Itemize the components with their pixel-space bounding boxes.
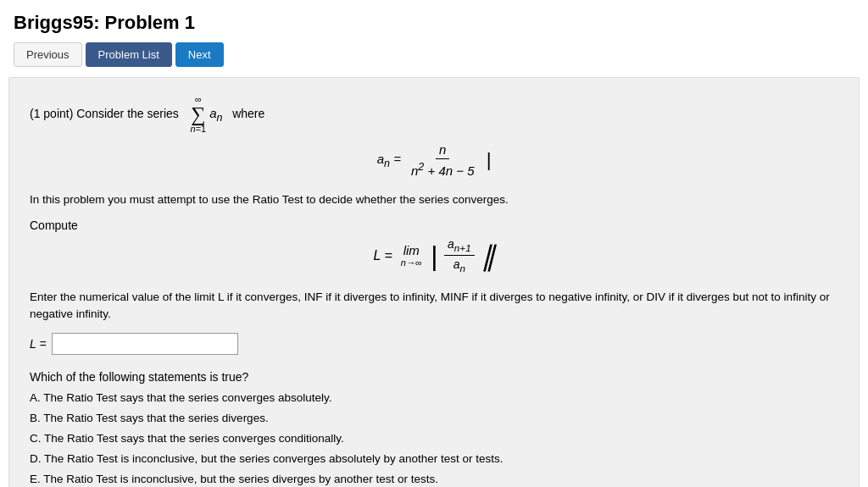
an-lhs: an = (377, 152, 401, 169)
L-input-label: L = (30, 337, 47, 351)
where-text: where (232, 107, 264, 120)
L-lhs: L = (373, 248, 392, 263)
statement-c: C. The Ratio Test says that the series c… (30, 429, 838, 449)
nav-bar: Previous Problem List Next (0, 42, 868, 77)
limit-instruction: Enter the numerical value of the limit L… (30, 289, 838, 324)
sigma-block: ∞ ∑ n=1 (191, 95, 207, 134)
series-intro-line: (1 point) Consider the series ∞ ∑ n=1 an… (30, 95, 838, 134)
statement-a: A. The Ratio Test says that the series c… (30, 389, 838, 408)
L-input[interactable] (52, 333, 238, 355)
limit-fraction: an+1 an (444, 237, 475, 274)
sigma-notation: ∞ ∑ n=1 an (189, 95, 223, 134)
abs-open: | (431, 242, 437, 269)
statement-b: B. The Ratio Test says that the series d… (30, 409, 838, 429)
abs-close: ‖ (481, 242, 495, 269)
statement-d: D. The Ratio Test is inconclusive, but t… (30, 450, 838, 469)
problem-list-button[interactable]: Problem List (86, 42, 172, 67)
L-input-line: L = (30, 333, 838, 355)
an-fraction: n n2 + 4n − 5 (408, 142, 478, 178)
content-area: (1 point) Consider the series ∞ ∑ n=1 an… (8, 77, 860, 487)
statement-e: E. The Ratio Test is inconclusive, but t… (30, 470, 838, 487)
intro-text: (1 point) Consider the series (30, 107, 179, 120)
a-n-term: an (209, 106, 222, 124)
limit-formula: L = lim n→∞ | an+1 an ‖ (30, 237, 838, 274)
sigma-symbol: ∑ (191, 104, 205, 125)
prev-button[interactable]: Previous (14, 42, 82, 67)
sigma-bottom: n=1 (191, 125, 207, 134)
next-button[interactable]: Next (175, 42, 224, 67)
an-abs-right: | (487, 149, 492, 171)
ratio-test-description: In this problem you must attempt to use … (30, 191, 838, 208)
compute-label: Compute (30, 219, 838, 232)
statements-header: Which of the following statements is tru… (30, 370, 838, 384)
page-title: Briggs95: Problem 1 (0, 0, 868, 42)
statements-list: A. The Ratio Test says that the series c… (30, 389, 838, 487)
lim-block: lim n→∞ (401, 243, 422, 268)
an-formula: an = n n2 + 4n − 5 | (30, 142, 838, 178)
